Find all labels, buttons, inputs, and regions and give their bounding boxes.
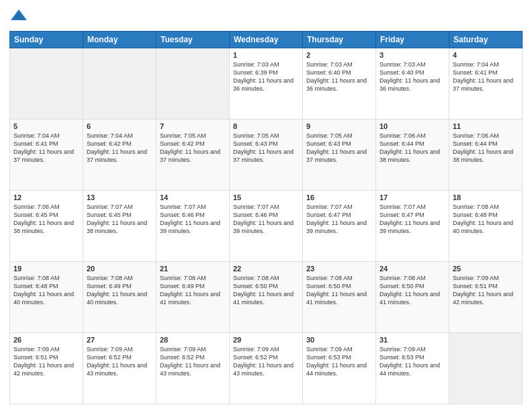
day-number: 21: [160, 265, 226, 273]
day-info: Sunrise: 7:06 AM Sunset: 6:45 PM Dayligh…: [13, 203, 79, 236]
day-info: Sunrise: 7:09 AM Sunset: 6:51 PM Dayligh…: [453, 274, 519, 307]
weekday-header-saturday: Saturday: [449, 32, 523, 48]
calendar-cell: 6Sunrise: 7:04 AM Sunset: 6:42 PM Daylig…: [83, 120, 157, 191]
day-number: 2: [306, 51, 372, 59]
calendar-cell: 2Sunrise: 7:03 AM Sunset: 6:40 PM Daylig…: [303, 48, 376, 120]
calendar-week-3: 12Sunrise: 7:06 AM Sunset: 6:45 PM Dayli…: [10, 191, 523, 262]
calendar-cell: 28Sunrise: 7:09 AM Sunset: 6:52 PM Dayli…: [157, 333, 230, 404]
calendar-cell: [157, 48, 230, 120]
day-info: Sunrise: 7:06 AM Sunset: 6:44 PM Dayligh…: [380, 132, 445, 165]
day-info: Sunrise: 7:07 AM Sunset: 6:46 PM Dayligh…: [160, 203, 226, 236]
calendar-cell: 21Sunrise: 7:08 AM Sunset: 6:49 PM Dayli…: [157, 262, 230, 333]
day-info: Sunrise: 7:05 AM Sunset: 6:43 PM Dayligh…: [233, 132, 299, 165]
calendar-cell: 18Sunrise: 7:08 AM Sunset: 6:48 PM Dayli…: [449, 191, 523, 262]
calendar-cell: 22Sunrise: 7:08 AM Sunset: 6:50 PM Dayli…: [230, 262, 303, 333]
day-number: 26: [13, 336, 79, 344]
logo: [9, 7, 31, 26]
calendar-cell: 30Sunrise: 7:09 AM Sunset: 6:53 PM Dayli…: [303, 333, 376, 404]
day-info: Sunrise: 7:03 AM Sunset: 6:39 PM Dayligh…: [233, 60, 299, 93]
calendar-cell: 11Sunrise: 7:06 AM Sunset: 6:44 PM Dayli…: [449, 120, 523, 191]
calendar-cell: 27Sunrise: 7:09 AM Sunset: 6:52 PM Dayli…: [83, 333, 157, 404]
day-number: 3: [380, 51, 445, 59]
calendar-cell: 5Sunrise: 7:04 AM Sunset: 6:41 PM Daylig…: [10, 120, 83, 191]
day-number: 12: [13, 193, 79, 201]
day-number: 13: [87, 193, 152, 201]
day-number: 7: [160, 122, 226, 130]
day-info: Sunrise: 7:08 AM Sunset: 6:49 PM Dayligh…: [87, 274, 152, 307]
day-number: 20: [87, 265, 152, 273]
calendar-cell: 29Sunrise: 7:09 AM Sunset: 6:52 PM Dayli…: [230, 333, 303, 404]
day-info: Sunrise: 7:08 AM Sunset: 6:50 PM Dayligh…: [380, 274, 445, 307]
calendar-cell: 19Sunrise: 7:08 AM Sunset: 6:48 PM Dayli…: [10, 262, 83, 333]
day-number: 8: [233, 122, 299, 130]
day-number: 1: [233, 51, 299, 59]
day-number: 16: [306, 193, 372, 201]
weekday-header-tuesday: Tuesday: [157, 32, 230, 48]
calendar-cell: 15Sunrise: 7:07 AM Sunset: 6:46 PM Dayli…: [230, 191, 303, 262]
calendar-cell: 26Sunrise: 7:09 AM Sunset: 6:51 PM Dayli…: [10, 333, 83, 404]
day-number: 28: [160, 336, 226, 344]
calendar-week-4: 19Sunrise: 7:08 AM Sunset: 6:48 PM Dayli…: [10, 262, 523, 333]
calendar-cell: 16Sunrise: 7:07 AM Sunset: 6:47 PM Dayli…: [303, 191, 376, 262]
day-number: 19: [13, 265, 79, 273]
day-info: Sunrise: 7:05 AM Sunset: 6:42 PM Dayligh…: [160, 132, 226, 165]
calendar-table: SundayMondayTuesdayWednesdayThursdayFrid…: [9, 31, 523, 404]
day-info: Sunrise: 7:04 AM Sunset: 6:41 PM Dayligh…: [453, 60, 519, 93]
calendar-cell: 31Sunrise: 7:09 AM Sunset: 6:53 PM Dayli…: [376, 333, 449, 404]
calendar-cell: 13Sunrise: 7:07 AM Sunset: 6:45 PM Dayli…: [83, 191, 157, 262]
day-number: 14: [160, 193, 226, 201]
day-info: Sunrise: 7:04 AM Sunset: 6:41 PM Dayligh…: [13, 132, 79, 165]
day-info: Sunrise: 7:09 AM Sunset: 6:52 PM Dayligh…: [233, 345, 299, 378]
calendar-cell: 12Sunrise: 7:06 AM Sunset: 6:45 PM Dayli…: [10, 191, 83, 262]
weekday-header-monday: Monday: [83, 32, 157, 48]
calendar-cell: [449, 333, 523, 404]
day-info: Sunrise: 7:08 AM Sunset: 6:49 PM Dayligh…: [160, 274, 226, 307]
calendar-cell: 1Sunrise: 7:03 AM Sunset: 6:39 PM Daylig…: [230, 48, 303, 120]
day-info: Sunrise: 7:09 AM Sunset: 6:52 PM Dayligh…: [160, 345, 226, 378]
day-number: 5: [13, 122, 79, 130]
day-info: Sunrise: 7:07 AM Sunset: 6:47 PM Dayligh…: [306, 203, 372, 236]
calendar-cell: 4Sunrise: 7:04 AM Sunset: 6:41 PM Daylig…: [449, 48, 523, 120]
calendar-header-row: SundayMondayTuesdayWednesdayThursdayFrid…: [10, 32, 523, 48]
page: SundayMondayTuesdayWednesdayThursdayFrid…: [0, 0, 532, 411]
day-info: Sunrise: 7:08 AM Sunset: 6:48 PM Dayligh…: [13, 274, 79, 307]
calendar-cell: 25Sunrise: 7:09 AM Sunset: 6:51 PM Dayli…: [449, 262, 523, 333]
day-number: 22: [233, 265, 299, 273]
day-number: 4: [453, 51, 519, 59]
calendar-week-2: 5Sunrise: 7:04 AM Sunset: 6:41 PM Daylig…: [10, 120, 523, 191]
day-number: 9: [306, 122, 372, 130]
day-info: Sunrise: 7:03 AM Sunset: 6:40 PM Dayligh…: [306, 60, 372, 93]
day-info: Sunrise: 7:09 AM Sunset: 6:52 PM Dayligh…: [87, 345, 152, 378]
day-info: Sunrise: 7:08 AM Sunset: 6:48 PM Dayligh…: [453, 203, 519, 236]
calendar-cell: [10, 48, 83, 120]
day-info: Sunrise: 7:03 AM Sunset: 6:40 PM Dayligh…: [380, 60, 445, 93]
calendar-cell: 17Sunrise: 7:07 AM Sunset: 6:47 PM Dayli…: [376, 191, 449, 262]
day-number: 25: [453, 265, 519, 273]
weekday-header-thursday: Thursday: [303, 32, 376, 48]
calendar-cell: [83, 48, 157, 120]
day-number: 15: [233, 193, 299, 201]
day-info: Sunrise: 7:08 AM Sunset: 6:50 PM Dayligh…: [306, 274, 372, 307]
day-info: Sunrise: 7:09 AM Sunset: 6:51 PM Dayligh…: [13, 345, 79, 378]
calendar-cell: 10Sunrise: 7:06 AM Sunset: 6:44 PM Dayli…: [376, 120, 449, 191]
day-number: 23: [306, 265, 372, 273]
day-info: Sunrise: 7:06 AM Sunset: 6:44 PM Dayligh…: [453, 132, 519, 165]
day-number: 27: [87, 336, 152, 344]
day-number: 31: [380, 336, 445, 344]
day-info: Sunrise: 7:05 AM Sunset: 6:43 PM Dayligh…: [306, 132, 372, 165]
calendar-cell: 23Sunrise: 7:08 AM Sunset: 6:50 PM Dayli…: [303, 262, 376, 333]
day-number: 10: [380, 122, 445, 130]
day-info: Sunrise: 7:09 AM Sunset: 6:53 PM Dayligh…: [380, 345, 445, 378]
calendar-cell: 14Sunrise: 7:07 AM Sunset: 6:46 PM Dayli…: [157, 191, 230, 262]
calendar-week-5: 26Sunrise: 7:09 AM Sunset: 6:51 PM Dayli…: [10, 333, 523, 404]
day-info: Sunrise: 7:07 AM Sunset: 6:47 PM Dayligh…: [380, 203, 445, 236]
day-info: Sunrise: 7:07 AM Sunset: 6:45 PM Dayligh…: [87, 203, 152, 236]
calendar-cell: 7Sunrise: 7:05 AM Sunset: 6:42 PM Daylig…: [157, 120, 230, 191]
day-number: 30: [306, 336, 372, 344]
calendar-week-1: 1Sunrise: 7:03 AM Sunset: 6:39 PM Daylig…: [10, 48, 523, 120]
calendar-cell: 24Sunrise: 7:08 AM Sunset: 6:50 PM Dayli…: [376, 262, 449, 333]
day-info: Sunrise: 7:09 AM Sunset: 6:53 PM Dayligh…: [306, 345, 372, 378]
day-info: Sunrise: 7:08 AM Sunset: 6:50 PM Dayligh…: [233, 274, 299, 307]
day-number: 18: [453, 193, 519, 201]
day-number: 29: [233, 336, 299, 344]
